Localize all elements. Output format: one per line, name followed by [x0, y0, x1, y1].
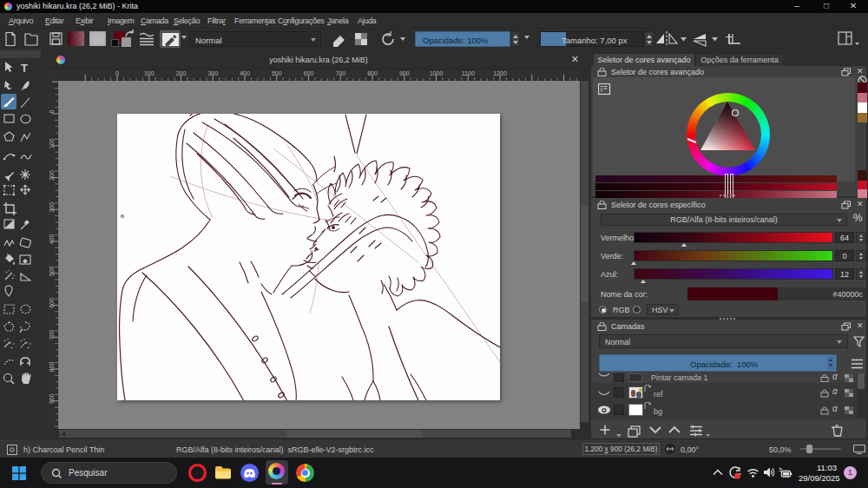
svg-text:1000: 1000 — [430, 70, 444, 76]
svg-text:300: 300 — [207, 70, 218, 76]
svg-text:0: 0 — [49, 109, 55, 113]
svg-text:300: 300 — [49, 202, 55, 213]
svg-text:500: 500 — [272, 70, 282, 76]
svg-text:0: 0 — [115, 70, 119, 76]
svg-text:1200: 1200 — [493, 70, 507, 76]
svg-text:400: 400 — [49, 234, 55, 245]
svg-text:1100: 1100 — [462, 70, 475, 76]
svg-text:200: 200 — [176, 70, 187, 76]
svg-text:900: 900 — [49, 393, 55, 404]
svg-text:400: 400 — [240, 70, 250, 76]
svg-text:700: 700 — [49, 330, 55, 340]
svg-text:900: 900 — [399, 70, 410, 76]
svg-text:100: 100 — [49, 138, 55, 148]
svg-text:700: 700 — [335, 70, 345, 76]
svg-text:200: 200 — [49, 170, 55, 181]
svg-text:T: T — [21, 62, 28, 75]
svg-text:800: 800 — [49, 362, 55, 373]
svg-text:600: 600 — [304, 70, 314, 76]
svg-text:100: 100 — [144, 70, 155, 76]
svg-text:800: 800 — [367, 70, 378, 76]
svg-text:500: 500 — [49, 266, 55, 276]
svg-text:600: 600 — [49, 298, 55, 308]
